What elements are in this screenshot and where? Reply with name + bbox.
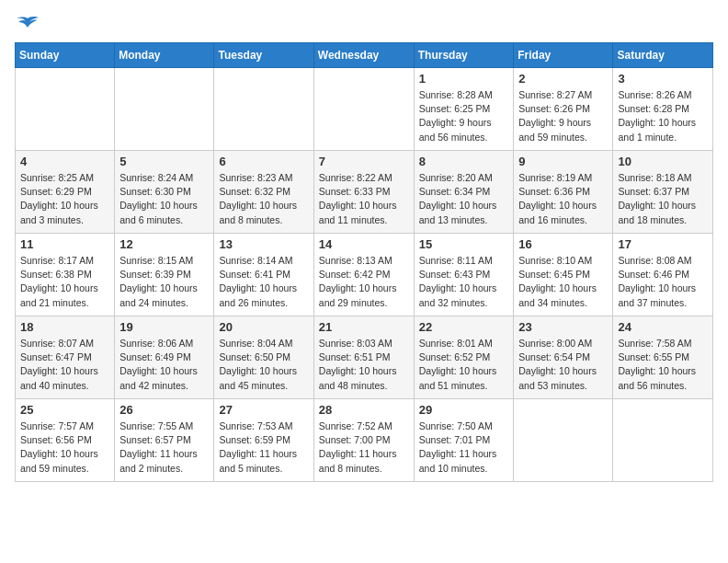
calendar-cell: 3Sunrise: 8:26 AM Sunset: 6:28 PM Daylig… <box>613 68 713 151</box>
day-info: Sunrise: 7:52 AM Sunset: 7:00 PM Dayligh… <box>319 419 409 476</box>
calendar-cell: 9Sunrise: 8:19 AM Sunset: 6:36 PM Daylig… <box>514 151 613 234</box>
day-info: Sunrise: 8:26 AM Sunset: 6:28 PM Dayligh… <box>618 88 708 144</box>
day-info: Sunrise: 7:58 AM Sunset: 6:55 PM Dayligh… <box>618 337 708 393</box>
day-number: 18 <box>20 320 109 334</box>
day-number: 23 <box>518 320 608 334</box>
day-number: 27 <box>219 403 308 417</box>
calendar-cell: 28Sunrise: 7:52 AM Sunset: 7:00 PM Dayli… <box>313 399 414 482</box>
day-number: 28 <box>319 403 409 417</box>
day-number: 22 <box>419 320 509 334</box>
day-info: Sunrise: 8:27 AM Sunset: 6:26 PM Dayligh… <box>518 88 608 144</box>
calendar-cell: 2Sunrise: 8:27 AM Sunset: 6:26 PM Daylig… <box>514 68 613 151</box>
calendar-cell: 29Sunrise: 7:50 AM Sunset: 7:01 PM Dayli… <box>414 399 514 482</box>
day-number: 17 <box>618 237 708 251</box>
calendar-cell: 14Sunrise: 8:13 AM Sunset: 6:42 PM Dayli… <box>313 234 414 316</box>
calendar-cell: 11Sunrise: 8:17 AM Sunset: 6:38 PM Dayli… <box>16 234 115 316</box>
calendar-cell: 21Sunrise: 8:03 AM Sunset: 6:51 PM Dayli… <box>313 316 414 399</box>
calendar-cell: 12Sunrise: 8:15 AM Sunset: 6:39 PM Dayli… <box>115 234 214 316</box>
day-info: Sunrise: 8:14 AM Sunset: 6:41 PM Dayligh… <box>219 254 308 310</box>
day-info: Sunrise: 7:50 AM Sunset: 7:01 PM Dayligh… <box>419 419 509 476</box>
day-info: Sunrise: 8:03 AM Sunset: 6:51 PM Dayligh… <box>319 337 409 393</box>
day-number: 16 <box>518 237 608 251</box>
calendar-header-wednesday: Wednesday <box>313 43 414 68</box>
calendar-cell <box>16 68 115 151</box>
day-info: Sunrise: 8:24 AM Sunset: 6:30 PM Dayligh… <box>119 171 209 227</box>
day-number: 8 <box>419 155 509 168</box>
calendar-header-monday: Monday <box>115 43 214 68</box>
calendar-cell: 1Sunrise: 8:28 AM Sunset: 6:25 PM Daylig… <box>414 68 514 151</box>
day-info: Sunrise: 8:10 AM Sunset: 6:45 PM Dayligh… <box>518 254 608 310</box>
day-info: Sunrise: 8:23 AM Sunset: 6:32 PM Dayligh… <box>219 171 308 227</box>
calendar-cell: 18Sunrise: 8:07 AM Sunset: 6:47 PM Dayli… <box>16 316 115 399</box>
calendar-header-tuesday: Tuesday <box>214 43 313 68</box>
day-number: 14 <box>319 237 409 251</box>
calendar-cell: 27Sunrise: 7:53 AM Sunset: 6:59 PM Dayli… <box>214 399 313 482</box>
day-info: Sunrise: 7:53 AM Sunset: 6:59 PM Dayligh… <box>219 419 308 476</box>
logo <box>15 15 44 35</box>
calendar-cell: 23Sunrise: 8:00 AM Sunset: 6:54 PM Dayli… <box>514 316 613 399</box>
day-number: 6 <box>219 155 308 168</box>
calendar-cell <box>613 399 713 482</box>
day-info: Sunrise: 8:04 AM Sunset: 6:50 PM Dayligh… <box>219 337 308 393</box>
calendar-cell: 13Sunrise: 8:14 AM Sunset: 6:41 PM Dayli… <box>214 234 313 316</box>
calendar-cell: 25Sunrise: 7:57 AM Sunset: 6:56 PM Dayli… <box>16 399 115 482</box>
calendar-cell: 7Sunrise: 8:22 AM Sunset: 6:33 PM Daylig… <box>313 151 414 234</box>
calendar-cell: 5Sunrise: 8:24 AM Sunset: 6:30 PM Daylig… <box>115 151 214 234</box>
calendar-cell: 20Sunrise: 8:04 AM Sunset: 6:50 PM Dayli… <box>214 316 313 399</box>
day-info: Sunrise: 8:28 AM Sunset: 6:25 PM Dayligh… <box>419 88 509 144</box>
calendar-header-thursday: Thursday <box>414 43 514 68</box>
logo-bird-icon <box>15 15 40 35</box>
calendar-cell: 22Sunrise: 8:01 AM Sunset: 6:52 PM Dayli… <box>414 316 514 399</box>
calendar-cell <box>313 68 414 151</box>
calendar-week-row: 18Sunrise: 8:07 AM Sunset: 6:47 PM Dayli… <box>16 316 713 399</box>
calendar-cell: 4Sunrise: 8:25 AM Sunset: 6:29 PM Daylig… <box>16 151 115 234</box>
day-info: Sunrise: 8:20 AM Sunset: 6:34 PM Dayligh… <box>419 171 509 227</box>
calendar-header-row: SundayMondayTuesdayWednesdayThursdayFrid… <box>16 43 713 68</box>
calendar-week-row: 25Sunrise: 7:57 AM Sunset: 6:56 PM Dayli… <box>16 399 713 482</box>
day-info: Sunrise: 8:01 AM Sunset: 6:52 PM Dayligh… <box>419 337 509 393</box>
day-info: Sunrise: 7:55 AM Sunset: 6:57 PM Dayligh… <box>119 419 209 476</box>
day-info: Sunrise: 8:15 AM Sunset: 6:39 PM Dayligh… <box>119 254 209 310</box>
calendar-cell: 6Sunrise: 8:23 AM Sunset: 6:32 PM Daylig… <box>214 151 313 234</box>
calendar-header-saturday: Saturday <box>613 43 713 68</box>
calendar-cell: 19Sunrise: 8:06 AM Sunset: 6:49 PM Dayli… <box>115 316 214 399</box>
day-number: 11 <box>20 237 109 251</box>
calendar-cell: 8Sunrise: 8:20 AM Sunset: 6:34 PM Daylig… <box>414 151 514 234</box>
header <box>15 15 713 35</box>
day-number: 3 <box>618 72 708 86</box>
day-number: 26 <box>119 403 209 417</box>
day-info: Sunrise: 8:06 AM Sunset: 6:49 PM Dayligh… <box>119 337 209 393</box>
day-number: 2 <box>518 72 608 86</box>
calendar-week-row: 11Sunrise: 8:17 AM Sunset: 6:38 PM Dayli… <box>16 234 713 316</box>
calendar-cell: 24Sunrise: 7:58 AM Sunset: 6:55 PM Dayli… <box>613 316 713 399</box>
calendar-week-row: 4Sunrise: 8:25 AM Sunset: 6:29 PM Daylig… <box>16 151 713 234</box>
calendar-header-sunday: Sunday <box>16 43 115 68</box>
calendar-week-row: 1Sunrise: 8:28 AM Sunset: 6:25 PM Daylig… <box>16 68 713 151</box>
day-number: 10 <box>618 155 708 168</box>
day-number: 25 <box>20 403 109 417</box>
calendar-cell <box>514 399 613 482</box>
day-number: 12 <box>119 237 209 251</box>
day-info: Sunrise: 8:00 AM Sunset: 6:54 PM Dayligh… <box>518 337 608 393</box>
day-info: Sunrise: 8:08 AM Sunset: 6:46 PM Dayligh… <box>618 254 708 310</box>
calendar-cell: 17Sunrise: 8:08 AM Sunset: 6:46 PM Dayli… <box>613 234 713 316</box>
day-number: 4 <box>20 155 109 168</box>
day-info: Sunrise: 8:07 AM Sunset: 6:47 PM Dayligh… <box>20 337 109 393</box>
calendar-cell <box>214 68 313 151</box>
day-info: Sunrise: 8:18 AM Sunset: 6:37 PM Dayligh… <box>618 171 708 227</box>
day-number: 15 <box>419 237 509 251</box>
day-number: 13 <box>219 237 308 251</box>
calendar-cell: 15Sunrise: 8:11 AM Sunset: 6:43 PM Dayli… <box>414 234 514 316</box>
day-number: 9 <box>518 155 608 168</box>
day-number: 20 <box>219 320 308 334</box>
calendar-cell: 16Sunrise: 8:10 AM Sunset: 6:45 PM Dayli… <box>514 234 613 316</box>
day-info: Sunrise: 8:13 AM Sunset: 6:42 PM Dayligh… <box>319 254 409 310</box>
calendar-header-friday: Friday <box>514 43 613 68</box>
day-info: Sunrise: 8:22 AM Sunset: 6:33 PM Dayligh… <box>319 171 409 227</box>
day-number: 1 <box>419 72 509 86</box>
day-number: 5 <box>119 155 209 168</box>
day-info: Sunrise: 8:11 AM Sunset: 6:43 PM Dayligh… <box>419 254 509 310</box>
day-info: Sunrise: 8:19 AM Sunset: 6:36 PM Dayligh… <box>518 171 608 227</box>
day-info: Sunrise: 8:25 AM Sunset: 6:29 PM Dayligh… <box>20 171 109 227</box>
calendar-table: SundayMondayTuesdayWednesdayThursdayFrid… <box>15 42 713 482</box>
